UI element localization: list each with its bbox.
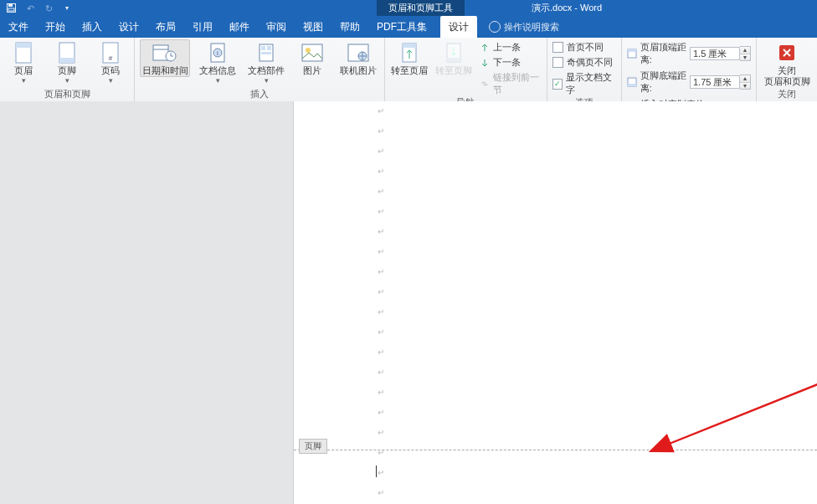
header-from-top-input[interactable] [690,47,740,60]
bulb-icon [489,21,501,33]
link-icon [480,79,490,89]
page-number-button[interactable]: # 页码 ▾ [92,39,129,84]
page[interactable]: ↵↵↵↵↵↵↵ ↵↵↵↵↵↵↵ ↵↵↵↵↵↵↵ 页脚 [294,101,817,504]
quick-access-toolbar: ↶ ↻ ▾ [0,3,72,13]
tab-references[interactable]: 引用 [184,16,221,38]
chevron-down-icon: ▾ [65,77,69,84]
spinner-arrows[interactable]: ▲▼ [740,75,751,90]
svg-rect-4 [16,43,31,48]
tab-view[interactable]: 视图 [295,16,331,38]
svg-rect-20 [261,52,271,54]
quick-parts-icon [257,41,275,64]
pictures-icon [301,41,323,64]
online-pictures-button[interactable]: 联机图片 [337,39,379,76]
spinner-up-icon[interactable]: ▲ [740,75,750,83]
doc-info-button[interactable]: i 文档信息 ▾ [197,39,239,84]
tab-hf-design[interactable]: 设计 [440,16,477,38]
tab-pdf[interactable]: PDF工具集 [368,16,435,38]
different-first-page-checkbox[interactable]: 首页不同 [552,41,616,54]
svg-rect-28 [403,44,416,48]
svg-rect-6 [59,58,75,63]
checkbox-checked-icon: ✓ [552,79,563,90]
previous-label: 上一条 [493,41,521,54]
spinner-up-icon[interactable]: ▲ [740,47,750,54]
previous-button[interactable]: 上一条 [480,41,542,54]
tab-review[interactable]: 审阅 [258,16,295,38]
doc-info-icon: i [208,41,227,64]
qat-dropdown-icon[interactable]: ▾ [62,3,72,13]
svg-rect-2 [8,8,14,11]
group-label: 页眉和页脚 [5,88,129,101]
text-cursor [376,465,377,477]
header-from-top-label: 页眉顶端距离: [640,41,686,66]
ribbon: 页眉 ▾ 页脚 ▾ # 页码 ▾ 页眉和页脚 日期和时间 i [0,38,817,102]
footer-from-bottom-row: 页脚底端距离: ▲▼ [627,69,751,95]
svg-rect-19 [267,46,271,50]
goto-footer-button[interactable]: 转至页脚 [434,39,472,76]
arrow-down-icon [480,58,490,68]
position-stack: 页眉顶端距离: ▲▼ 页脚底端距离: ▲▼ 插入对齐制表 [627,39,751,111]
spinner-down-icon[interactable]: ▼ [740,54,750,61]
different-odd-even-checkbox[interactable]: 奇偶页不同 [552,56,616,69]
spinner-down-icon[interactable]: ▼ [740,83,750,90]
tell-me-label: 操作说明搜索 [504,21,559,33]
svg-rect-18 [261,46,265,50]
arrow-up-icon [480,43,490,53]
tab-help[interactable]: 帮助 [331,16,368,38]
save-icon[interactable] [7,3,17,13]
tab-insert[interactable]: 插入 [74,16,110,38]
contextual-tab-label: 页眉和页脚工具 [377,0,465,16]
tab-layout[interactable]: 布局 [147,16,184,38]
quick-parts-button[interactable]: 文档部件 ▾ [245,39,287,84]
svg-rect-1 [8,4,13,7]
svg-line-36 [667,373,817,445]
chevron-down-icon: ▾ [109,77,113,84]
footer-label: 页脚 [58,65,76,76]
group-close: 关闭 页眉和页脚 关闭 [757,38,817,101]
goto-header-button[interactable]: 转至页眉 [390,39,428,76]
show-doc-text-checkbox[interactable]: ✓ 显示文档文字 [552,71,616,96]
chevron-down-icon: ▾ [216,77,220,84]
close-header-footer-button[interactable]: 关闭 页眉和页脚 [762,39,812,87]
online-pictures-label: 联机图片 [340,65,377,76]
annotation-arrow [588,101,817,504]
group-options: 首页不同 奇偶页不同 ✓ 显示文档文字 选项 [547,38,622,101]
header-top-icon [627,49,637,59]
close-icon [778,41,795,64]
footer-button[interactable]: 页脚 ▾ [49,39,85,84]
tab-home[interactable]: 开始 [37,16,74,38]
redo-icon[interactable]: ↻ [44,3,54,13]
pictures-button[interactable]: 图片 [294,39,331,76]
header-from-top-row: 页眉顶端距离: ▲▼ [627,41,751,66]
footer-from-bottom-input[interactable] [690,75,740,89]
goto-header-label: 转至页眉 [391,65,428,76]
footer-from-bottom-spinner[interactable]: ▲▼ [690,75,751,90]
header-from-top-spinner[interactable]: ▲▼ [690,46,751,61]
tell-me-search[interactable]: 操作说明搜索 [489,16,559,38]
checkbox-icon [552,42,563,53]
tab-design[interactable]: 设计 [110,16,147,38]
footer-region[interactable]: 页脚 [294,450,817,450]
goto-footer-label: 转至页脚 [435,65,472,76]
quick-parts-label: 文档部件 [248,65,285,76]
spinner-arrows[interactable]: ▲▼ [740,46,751,61]
date-time-button[interactable]: 日期和时间 [140,39,190,77]
footer-from-bottom-label: 页脚底端距离: [640,69,686,95]
date-time-icon [152,41,177,64]
chevron-down-icon: ▾ [265,77,269,84]
goto-footer-icon [444,41,463,64]
header-button[interactable]: 页眉 ▾ [5,39,42,84]
chevron-down-icon: ▾ [22,77,26,84]
svg-text:#: # [109,54,113,62]
group-header-footer: 页眉 ▾ 页脚 ▾ # 页码 ▾ 页眉和页脚 [0,38,135,101]
close-label: 关闭 页眉和页脚 [764,65,810,87]
different-first-page-label: 首页不同 [567,41,604,54]
svg-rect-32 [628,49,636,52]
nav-stack: 上一条 下一条 链接到前一节 [480,39,542,96]
tab-file[interactable]: 文件 [0,16,37,38]
tab-mail[interactable]: 邮件 [221,16,258,38]
different-odd-even-label: 奇偶页不同 [567,56,613,69]
undo-icon[interactable]: ↶ [25,3,35,13]
next-button[interactable]: 下一条 [480,56,542,69]
link-previous-button: 链接到前一节 [480,71,542,96]
